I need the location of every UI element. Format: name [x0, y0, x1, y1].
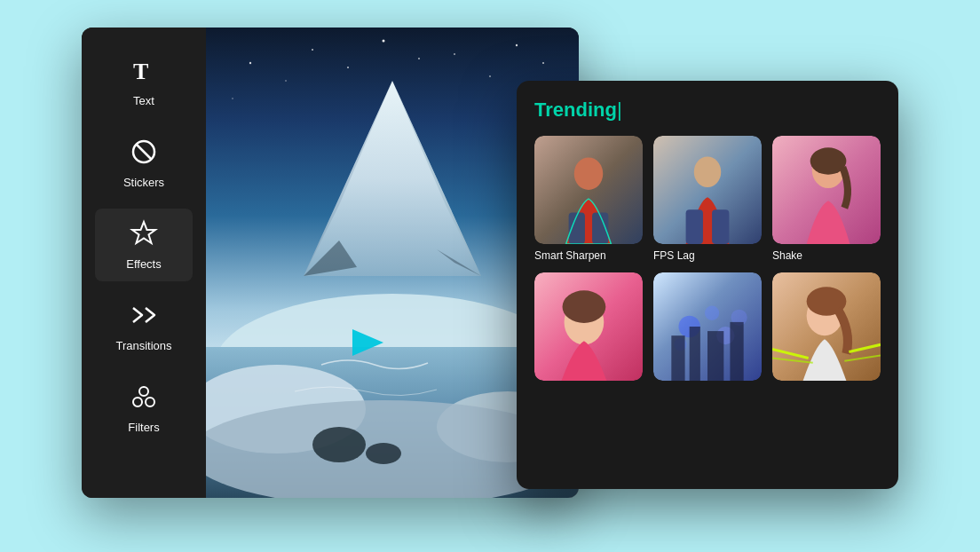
svg-point-45 — [563, 290, 606, 323]
svg-point-8 — [312, 49, 313, 51]
svg-point-10 — [454, 53, 455, 55]
sidebar-item-effects[interactable]: Effects — [95, 209, 193, 281]
sidebar-item-text[interactable]: T Text — [95, 45, 193, 118]
svg-point-29 — [312, 427, 366, 462]
sidebar-effects-label: Effects — [126, 257, 162, 271]
text-icon: T — [130, 56, 158, 89]
effect-item-smart-sharpen[interactable]: Smart Sharpen — [534, 136, 643, 262]
svg-point-33 — [574, 157, 604, 190]
svg-text:T: T — [133, 59, 148, 84]
svg-rect-39 — [712, 209, 729, 244]
svg-point-3 — [139, 387, 148, 396]
sidebar-item-stickers[interactable]: Stickers — [95, 127, 193, 200]
svg-rect-52 — [671, 335, 684, 381]
svg-line-2 — [137, 145, 151, 159]
sidebar: T Text Stickers — [82, 28, 206, 498]
effect-thumb-4 — [534, 272, 643, 381]
trending-panel: Trending| — [517, 81, 898, 489]
effect-item-5[interactable] — [653, 272, 762, 386]
sidebar-transitions-label: Transitions — [115, 339, 171, 352]
effect-thumb-6 — [772, 272, 881, 381]
svg-point-12 — [285, 80, 287, 82]
editor-panel: T Text Stickers — [82, 28, 579, 498]
svg-point-14 — [489, 75, 491, 77]
svg-point-13 — [347, 67, 349, 68]
svg-point-30 — [366, 443, 401, 464]
effect-item-shake[interactable]: Shake — [772, 136, 881, 262]
svg-point-5 — [146, 398, 154, 406]
effect-name-fps-lag: FPS Lag — [653, 249, 762, 262]
svg-rect-54 — [707, 331, 723, 381]
trending-title: Trending| — [534, 99, 881, 122]
effect-item-fps-lag[interactable]: FPS Lag — [653, 136, 762, 262]
svg-point-9 — [383, 40, 385, 43]
app-container: T Text Stickers — [82, 28, 898, 524]
stickers-icon — [130, 138, 158, 170]
svg-point-16 — [232, 98, 233, 99]
effect-thumb-5 — [653, 272, 762, 381]
effect-thumb-shake — [772, 136, 881, 244]
svg-point-4 — [133, 398, 142, 406]
svg-point-11 — [516, 44, 518, 46]
svg-point-18 — [418, 58, 420, 59]
sidebar-text-label: Text — [133, 94, 154, 107]
effects-icon — [130, 219, 158, 252]
sidebar-item-transitions[interactable]: Transitions — [95, 290, 193, 363]
svg-point-37 — [694, 156, 722, 187]
svg-point-48 — [705, 306, 719, 320]
svg-rect-55 — [730, 322, 743, 381]
svg-rect-38 — [686, 209, 703, 244]
transitions-icon — [130, 301, 158, 334]
sidebar-item-filters[interactable]: Filters — [95, 372, 193, 445]
sidebar-filters-label: Filters — [128, 421, 159, 434]
svg-rect-53 — [690, 327, 700, 381]
effect-name-smart-sharpen: Smart Sharpen — [534, 249, 643, 262]
effect-thumb-fps-lag — [653, 136, 762, 244]
effects-grid: Smart Sharpen — [534, 136, 881, 386]
svg-point-15 — [542, 62, 544, 64]
filters-icon — [130, 382, 158, 415]
effect-thumb-smart-sharpen — [534, 136, 643, 244]
effect-item-6[interactable] — [772, 272, 881, 386]
effect-item-4[interactable] — [534, 272, 643, 386]
svg-point-7 — [249, 62, 251, 64]
sidebar-stickers-label: Stickers — [123, 176, 164, 189]
effect-name-shake: Shake — [772, 249, 881, 262]
